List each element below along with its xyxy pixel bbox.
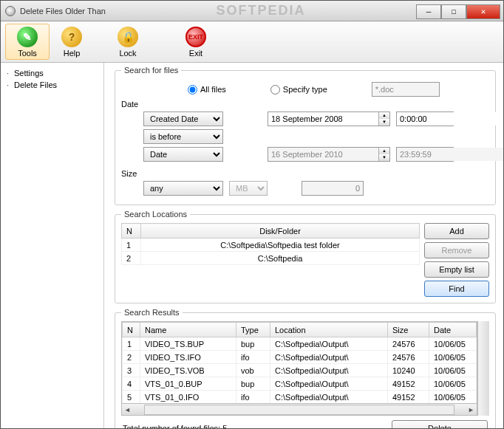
col-disk[interactable]: Disk/Folder <box>141 224 420 238</box>
app-window: Delete Files Older Than SOFTPEDIA — ☐ ✕ … <box>0 0 504 429</box>
col-location[interactable]: Location <box>270 323 388 337</box>
results-fieldset: Search Results N Name Type Location <box>115 308 496 428</box>
toolbar-exit-label: Exit <box>189 49 202 58</box>
date-mode-select[interactable]: Date <box>143 147 223 162</box>
search-legend: Search for files <box>121 66 181 75</box>
horizontal-scrollbar[interactable]: ◄► <box>122 403 477 415</box>
spinner-icon[interactable]: ▲▼ <box>378 148 389 161</box>
date-op-select[interactable]: is before <box>143 129 223 144</box>
maximize-button[interactable]: ☐ <box>441 4 466 19</box>
close-button[interactable]: ✕ <box>466 4 500 19</box>
date-label: Date <box>121 100 143 109</box>
time-from-input[interactable]: ▲▼ <box>396 111 454 126</box>
content: Settings Delete Files Search for files A… <box>1 63 503 428</box>
sidebar-item-settings[interactable]: Settings <box>4 67 101 79</box>
size-op-select[interactable]: any <box>143 181 223 196</box>
minimize-button[interactable]: — <box>416 4 441 19</box>
toolbar-lock[interactable]: 🔒 Lock <box>94 24 162 60</box>
toolbar-help[interactable]: ? Help <box>50 24 94 60</box>
results-table[interactable]: N Name Type Location Size Date 1VIDEO_TS… <box>122 322 477 403</box>
table-row[interactable]: 3VIDEO_TS.VOBvobC:\Softpedia\Output\1024… <box>123 364 477 377</box>
file-type-input <box>372 82 440 97</box>
delete-button[interactable]: Delete <box>392 420 488 428</box>
col-date[interactable]: Date <box>429 323 477 337</box>
date-kind-select[interactable]: Created Date <box>143 111 223 126</box>
size-unit-select: MB <box>229 181 268 196</box>
app-icon <box>5 6 16 16</box>
sidebar: Settings Delete Files <box>1 63 104 428</box>
radio-all-files[interactable]: All files <box>188 85 226 95</box>
radio-specify-type[interactable]: Specify type <box>270 85 327 95</box>
table-row[interactable]: 5VTS_01_0.IFOifoC:\Softpedia\Output\4915… <box>123 391 477 404</box>
sidebar-item-delete-files[interactable]: Delete Files <box>4 79 101 91</box>
vertical-scrollbar[interactable] <box>477 321 489 416</box>
remove-button[interactable]: Remove <box>424 242 489 258</box>
toolbar-lock-label: Lock <box>119 49 136 58</box>
locations-fieldset: Search Locations NDisk/Folder 1C:\Softpe… <box>115 210 496 303</box>
toolbar-tools-label: Tools <box>18 49 37 58</box>
time-to-input[interactable]: ▲▼ <box>396 147 454 162</box>
col-n[interactable]: N <box>123 323 140 337</box>
search-fieldset: Search for files All files Specify type … <box>115 66 496 205</box>
locations-legend: Search Locations <box>121 210 190 219</box>
watermark-text: SOFTPEDIA <box>106 3 416 18</box>
lock-icon: 🔒 <box>118 27 138 47</box>
titlebar[interactable]: Delete Files Older Than SOFTPEDIA — ☐ ✕ <box>1 1 503 21</box>
table-row[interactable]: 4VTS_01_0.BUPbupC:\Softpedia\Output\4915… <box>123 377 477 391</box>
col-name[interactable]: Name <box>140 323 236 337</box>
toolbar: ✎ Tools ? Help 🔒 Lock EXIT Exit <box>1 21 503 63</box>
pencil-icon: ✎ <box>17 27 38 47</box>
size-label: Size <box>121 169 143 178</box>
main-panel: Search for files All files Specify type … <box>104 63 503 428</box>
toolbar-exit[interactable]: EXIT Exit <box>162 24 230 60</box>
table-row[interactable]: 1VIDEO_TS.BUPbupC:\Softpedia\Output\2457… <box>123 337 477 351</box>
table-row: 2C:\Softpedia <box>122 252 420 265</box>
date-to-input[interactable]: ▲▼ <box>268 147 390 162</box>
col-size[interactable]: Size <box>388 323 429 337</box>
toolbar-tools[interactable]: ✎ Tools <box>5 24 50 60</box>
date-from-input[interactable]: ▲▼ <box>268 111 390 126</box>
add-button[interactable]: Add <box>424 223 489 239</box>
exit-icon: EXIT <box>185 27 206 47</box>
find-button[interactable]: Find <box>424 281 489 297</box>
results-legend: Search Results <box>121 308 183 317</box>
window-title: Delete Files Older Than <box>20 7 106 16</box>
total-count-label: Total number of found files: 5 <box>123 424 227 428</box>
empty-list-button[interactable]: Empty list <box>424 261 489 278</box>
help-icon: ? <box>61 27 82 47</box>
col-n[interactable]: N <box>122 224 141 238</box>
table-row[interactable]: 2VIDEO_TS.IFOifoC:\Softpedia\Output\2457… <box>123 351 477 364</box>
spinner-icon[interactable]: ▲▼ <box>378 112 389 126</box>
size-value-input <box>302 181 364 196</box>
col-type[interactable]: Type <box>236 323 270 337</box>
locations-table[interactable]: NDisk/Folder 1C:\Softpedia\Softpedia tes… <box>121 223 420 265</box>
toolbar-help-label: Help <box>64 49 81 58</box>
table-row: 1C:\Softpedia\Softpedia test folder <box>122 238 420 252</box>
